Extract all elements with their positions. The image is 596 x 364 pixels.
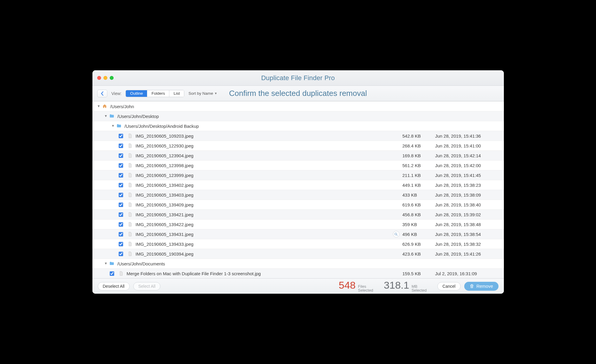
back-button[interactable]	[97, 90, 107, 97]
file-icon	[127, 202, 133, 207]
file-icon	[127, 172, 133, 178]
tree-file-row[interactable]: IMG_20190605_109203.jpeg542.8 KBJun 28, …	[92, 131, 504, 141]
file-select-checkbox[interactable]	[119, 153, 123, 158]
disclosure-triangle-icon[interactable]: ▼	[104, 262, 107, 265]
file-select-checkbox[interactable]	[119, 242, 123, 246]
file-select-checkbox[interactable]	[119, 252, 123, 256]
tree-file-row[interactable]: IMG_20190605_139403.jpeg433 KBJun 28, 20…	[92, 190, 504, 200]
folder-path: /Users/John/Documents	[117, 261, 165, 266]
file-icon	[127, 251, 133, 256]
file-select-checkbox[interactable]	[119, 203, 123, 207]
file-select-checkbox[interactable]	[110, 271, 114, 276]
file-name: IMG_20190605_122930.jpeg	[136, 143, 403, 148]
toolbar: View: Outline Folders List Sort by Name …	[92, 86, 504, 101]
tree-folder-row: ▼/Users/John/Desktop/Android Backup	[92, 121, 504, 131]
folder-path: /Users/John/Desktop/Android Backup	[125, 124, 199, 129]
tree-file-row[interactable]: IMG_20190605_139433.jpeg626.9 KBJun 28, …	[92, 239, 504, 249]
file-size: 456.8 KB	[403, 212, 435, 217]
zoom-window-button[interactable]	[110, 76, 114, 80]
sort-dropdown[interactable]: Sort by Name ▼	[188, 91, 217, 96]
file-name: IMG_20190605_139431.jpeg	[136, 232, 393, 237]
tree-file-row[interactable]: IMG_20190605_123999.jpeg211.1 KBJun 28, …	[92, 170, 504, 180]
file-icon	[118, 271, 124, 276]
file-size: 211.1 KB	[403, 173, 435, 178]
tree-folder-row: ▼/Users/John/Desktop	[92, 111, 504, 121]
file-size: 626.9 KB	[403, 242, 435, 247]
disclosure-triangle-icon[interactable]: ▼	[97, 104, 100, 108]
file-select-checkbox[interactable]	[119, 232, 123, 237]
file-name: IMG_20190605_190394.jpeg	[136, 251, 403, 256]
view-folders-tab[interactable]: Folders	[147, 90, 169, 97]
file-icon	[127, 241, 133, 247]
titlebar: Duplicate File Finder Pro	[92, 70, 504, 86]
file-date: Jun 28, 2019, 15:41:36	[435, 133, 504, 139]
cancel-button[interactable]: Cancel	[437, 282, 461, 290]
file-date: Jun 28, 2019, 15:41:00	[435, 143, 504, 148]
close-window-button[interactable]	[97, 76, 101, 80]
tree-file-row[interactable]: IMG_20190605_139431.jpeg496 KBJun 28, 20…	[92, 229, 504, 239]
view-list-tab[interactable]: List	[169, 90, 184, 97]
tree-file-row[interactable]: IMG_20190605_139409.jpeg619.6 KBJun 28, …	[92, 200, 504, 209]
files-selected-count: 548	[339, 279, 356, 291]
tree-file-row[interactable]: IMG_20190605_123904.jpeg169.8 KBJun 28, …	[92, 150, 504, 160]
tree-file-row[interactable]: Merge Folders on Mac with Duplicate File…	[92, 268, 504, 278]
file-select-checkbox[interactable]	[119, 173, 123, 178]
folder-path: /Users/John	[110, 104, 134, 109]
remove-button-label: Remove	[476, 284, 493, 289]
remove-button[interactable]: Remove	[464, 282, 499, 291]
file-name: IMG_20190605_139402.jpeg	[136, 183, 403, 188]
preview-button[interactable]	[393, 231, 400, 237]
files-selected-label: Selected	[358, 288, 373, 292]
tree-file-row[interactable]: IMG_20190605_139422.jpeg359 KBJun 28, 20…	[92, 219, 504, 229]
view-outline-tab[interactable]: Outline	[126, 90, 147, 97]
file-select-checkbox[interactable]	[119, 212, 123, 217]
file-select-checkbox[interactable]	[119, 222, 123, 227]
file-name: Merge Folders on Mac with Duplicate File…	[127, 271, 403, 276]
tree-file-row[interactable]: IMG_20190605_122930.jpeg268.4 KBJun 28, …	[92, 141, 504, 150]
file-select-checkbox[interactable]	[119, 134, 123, 138]
folder-path: /Users/John/Desktop	[117, 114, 159, 119]
file-name: IMG_20190605_139422.jpeg	[136, 222, 403, 227]
traffic-lights	[97, 76, 114, 80]
tree-file-row[interactable]: IMG_20190605_123998.jpeg561.2 KBJun 28, …	[92, 160, 504, 170]
size-selected-count: 318.1	[384, 279, 409, 291]
tree-file-row[interactable]: IMG_20190605_139421.jpeg456.8 KBJun 28, …	[92, 209, 504, 219]
tree-folder-row: ▼/Users/John/Documents	[92, 259, 504, 268]
disclosure-triangle-icon[interactable]: ▼	[112, 124, 114, 127]
deselect-all-button[interactable]: Deselect All	[98, 282, 130, 290]
file-icon	[127, 143, 133, 148]
file-date: Jun 28, 2019, 15:38:32	[435, 242, 504, 247]
file-date: Jul 2, 2019, 16:31:09	[435, 271, 504, 276]
file-size: 268.4 KB	[403, 143, 435, 148]
file-name: IMG_20190605_123999.jpeg	[136, 173, 403, 178]
file-date: Jun 28, 2019, 15:39:02	[435, 212, 504, 217]
tree-file-row[interactable]: IMG_20190605_139402.jpeg449.1 KBJun 28, …	[92, 180, 504, 190]
file-size: 561.2 KB	[403, 163, 435, 168]
file-size: 169.8 KB	[403, 153, 435, 158]
footer: Deselect All Select All 548 Files Select…	[92, 278, 504, 294]
tree-file-row[interactable]: IMG_20190605_190394.jpeg423.6 KBJun 28, …	[92, 249, 504, 259]
file-select-checkbox[interactable]	[119, 193, 123, 197]
file-name: IMG_20190605_123904.jpeg	[136, 153, 403, 158]
folder-icon	[109, 113, 114, 119]
file-date: Jun 28, 2019, 15:38:48	[435, 222, 504, 227]
file-size: 433 KB	[403, 192, 435, 197]
file-name: IMG_20190605_123998.jpeg	[136, 163, 403, 168]
file-icon	[127, 133, 133, 139]
file-name: IMG_20190605_139409.jpeg	[136, 202, 403, 207]
file-name: IMG_20190605_139403.jpeg	[136, 192, 403, 197]
file-icon	[127, 231, 133, 237]
size-selected-stat: 318.1 MB Selected	[384, 279, 427, 293]
file-size: 542.8 KB	[403, 133, 435, 139]
disclosure-triangle-icon[interactable]: ▼	[104, 114, 107, 118]
file-icon	[127, 192, 133, 197]
file-size: 619.6 KB	[403, 202, 435, 207]
file-select-checkbox[interactable]	[119, 183, 123, 187]
file-name: IMG_20190605_139421.jpeg	[136, 212, 403, 217]
file-tree: ▼/Users/John▼/Users/John/Desktop▼/Users/…	[92, 101, 504, 278]
file-select-checkbox[interactable]	[119, 144, 123, 148]
select-all-button[interactable]: Select All	[133, 282, 161, 290]
file-size: 359 KB	[403, 222, 435, 227]
minimize-window-button[interactable]	[103, 76, 107, 80]
file-select-checkbox[interactable]	[119, 163, 123, 168]
